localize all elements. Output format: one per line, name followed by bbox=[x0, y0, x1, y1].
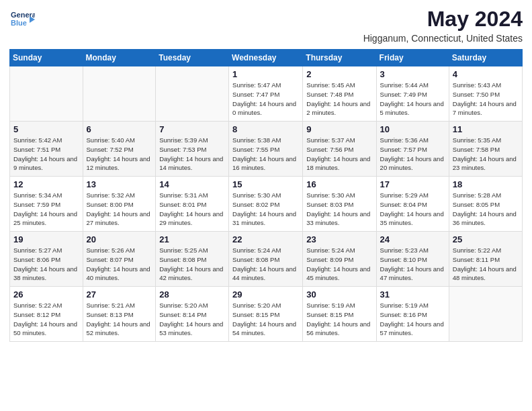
sunset-text: Sunset: 7:56 PM bbox=[306, 146, 353, 153]
sunrise-text: Sunrise: 5:31 AM bbox=[159, 191, 208, 199]
day-number: 16 bbox=[306, 179, 372, 189]
sunrise-text: Sunrise: 5:28 AM bbox=[453, 191, 501, 199]
calendar-week-row: 12Sunrise: 5:34 AMSunset: 7:59 PMDayligh… bbox=[10, 177, 523, 232]
day-number: 14 bbox=[159, 179, 225, 189]
daylight-text: Daylight: 14 hours and 14 minutes. bbox=[159, 155, 223, 172]
calendar-cell bbox=[156, 66, 229, 122]
daylight-text: Daylight: 14 hours and 44 minutes. bbox=[232, 265, 296, 282]
col-monday: Monday bbox=[83, 50, 156, 66]
sunset-text: Sunset: 8:11 PM bbox=[453, 256, 500, 263]
calendar-week-row: 19Sunrise: 5:27 AMSunset: 8:06 PMDayligh… bbox=[10, 232, 523, 287]
day-detail: Sunrise: 5:20 AMSunset: 8:15 PMDaylight:… bbox=[232, 301, 299, 338]
sunset-text: Sunset: 8:09 PM bbox=[306, 256, 353, 263]
day-detail: Sunrise: 5:44 AMSunset: 7:49 PMDaylight:… bbox=[380, 81, 445, 118]
calendar-cell: 21Sunrise: 5:25 AMSunset: 8:08 PMDayligh… bbox=[156, 232, 229, 287]
day-detail: Sunrise: 5:27 AMSunset: 8:06 PMDaylight:… bbox=[13, 246, 79, 283]
daylight-text: Daylight: 14 hours and 45 minutes. bbox=[306, 265, 370, 282]
calendar-cell: 26Sunrise: 5:22 AMSunset: 8:12 PMDayligh… bbox=[10, 287, 83, 342]
day-number: 27 bbox=[87, 289, 152, 300]
sunrise-text: Sunrise: 5:22 AM bbox=[453, 246, 501, 254]
day-detail: Sunrise: 5:35 AMSunset: 7:58 PMDaylight:… bbox=[453, 136, 519, 173]
day-detail: Sunrise: 5:26 AMSunset: 8:07 PMDaylight:… bbox=[87, 246, 152, 283]
sunset-text: Sunset: 8:05 PM bbox=[453, 201, 500, 208]
sunrise-text: Sunrise: 5:44 AM bbox=[380, 81, 429, 89]
day-detail: Sunrise: 5:30 AMSunset: 8:02 PMDaylight:… bbox=[232, 191, 299, 228]
sunrise-text: Sunrise: 5:29 AM bbox=[380, 191, 429, 199]
calendar-cell bbox=[449, 287, 522, 342]
sunset-text: Sunset: 7:59 PM bbox=[13, 201, 60, 208]
calendar-cell: 25Sunrise: 5:22 AMSunset: 8:11 PMDayligh… bbox=[449, 232, 522, 287]
sunset-text: Sunset: 8:08 PM bbox=[159, 256, 206, 263]
day-number: 10 bbox=[380, 124, 445, 134]
calendar-cell: 4Sunrise: 5:43 AMSunset: 7:50 PMDaylight… bbox=[449, 66, 522, 122]
day-number: 7 bbox=[159, 124, 225, 134]
header: General Blue May 2024 Higganum, Connecti… bbox=[9, 7, 523, 44]
calendar-cell: 28Sunrise: 5:20 AMSunset: 8:14 PMDayligh… bbox=[156, 287, 229, 342]
sunrise-text: Sunrise: 5:22 AM bbox=[13, 302, 62, 309]
daylight-text: Daylight: 14 hours and 50 minutes. bbox=[13, 320, 77, 337]
sunset-text: Sunset: 7:53 PM bbox=[159, 146, 206, 153]
sunset-text: Sunset: 7:51 PM bbox=[13, 146, 60, 153]
day-detail: Sunrise: 5:43 AMSunset: 7:50 PMDaylight:… bbox=[453, 81, 519, 118]
daylight-text: Daylight: 14 hours and 29 minutes. bbox=[159, 210, 223, 227]
day-detail: Sunrise: 5:38 AMSunset: 7:55 PMDaylight:… bbox=[232, 136, 299, 173]
sunrise-text: Sunrise: 5:43 AM bbox=[453, 81, 501, 89]
daylight-text: Daylight: 14 hours and 7 minutes. bbox=[453, 100, 517, 117]
daylight-text: Daylight: 14 hours and 56 minutes. bbox=[306, 320, 370, 337]
sunset-text: Sunset: 7:58 PM bbox=[453, 146, 500, 153]
day-detail: Sunrise: 5:22 AMSunset: 8:12 PMDaylight:… bbox=[13, 301, 79, 338]
sunrise-text: Sunrise: 5:24 AM bbox=[232, 246, 281, 254]
col-saturday: Saturday bbox=[449, 50, 522, 66]
day-number: 5 bbox=[13, 124, 79, 134]
day-detail: Sunrise: 5:21 AMSunset: 8:13 PMDaylight:… bbox=[87, 301, 152, 338]
day-detail: Sunrise: 5:19 AMSunset: 8:15 PMDaylight:… bbox=[306, 301, 372, 338]
calendar-cell: 1Sunrise: 5:47 AMSunset: 7:47 PMDaylight… bbox=[229, 66, 303, 122]
col-sunday: Sunday bbox=[10, 50, 83, 66]
calendar-table: Sunday Monday Tuesday Wednesday Thursday… bbox=[9, 49, 523, 342]
calendar-cell: 9Sunrise: 5:37 AMSunset: 7:56 PMDaylight… bbox=[303, 122, 376, 177]
calendar-cell bbox=[83, 66, 156, 122]
sunset-text: Sunset: 7:48 PM bbox=[306, 91, 353, 98]
day-number: 19 bbox=[13, 234, 79, 244]
calendar-cell: 13Sunrise: 5:32 AMSunset: 8:00 PMDayligh… bbox=[83, 177, 156, 232]
daylight-text: Daylight: 14 hours and 5 minutes. bbox=[380, 100, 444, 117]
daylight-text: Daylight: 14 hours and 18 minutes. bbox=[306, 155, 370, 172]
day-detail: Sunrise: 5:45 AMSunset: 7:48 PMDaylight:… bbox=[306, 81, 372, 118]
day-detail: Sunrise: 5:32 AMSunset: 8:00 PMDaylight:… bbox=[87, 191, 152, 228]
sunrise-text: Sunrise: 5:19 AM bbox=[380, 302, 429, 309]
day-number: 29 bbox=[232, 289, 299, 300]
day-detail: Sunrise: 5:31 AMSunset: 8:01 PMDaylight:… bbox=[159, 191, 225, 228]
sunset-text: Sunset: 8:14 PM bbox=[159, 311, 206, 318]
sunset-text: Sunset: 8:04 PM bbox=[380, 201, 427, 208]
day-detail: Sunrise: 5:28 AMSunset: 8:05 PMDaylight:… bbox=[453, 191, 519, 228]
day-number: 20 bbox=[87, 234, 152, 244]
day-number: 30 bbox=[306, 289, 372, 300]
calendar-cell: 7Sunrise: 5:39 AMSunset: 7:53 PMDaylight… bbox=[156, 122, 229, 177]
day-detail: Sunrise: 5:23 AMSunset: 8:10 PMDaylight:… bbox=[380, 246, 445, 283]
daylight-text: Daylight: 14 hours and 36 minutes. bbox=[453, 210, 517, 227]
sunrise-text: Sunrise: 5:21 AM bbox=[87, 302, 135, 309]
day-number: 25 bbox=[453, 234, 519, 244]
calendar-week-row: 1Sunrise: 5:47 AMSunset: 7:47 PMDaylight… bbox=[10, 66, 523, 122]
calendar-cell: 16Sunrise: 5:30 AMSunset: 8:03 PMDayligh… bbox=[303, 177, 376, 232]
sunset-text: Sunset: 8:16 PM bbox=[380, 311, 427, 318]
calendar-week-row: 5Sunrise: 5:42 AMSunset: 7:51 PMDaylight… bbox=[10, 122, 523, 177]
day-detail: Sunrise: 5:24 AMSunset: 8:08 PMDaylight:… bbox=[232, 246, 299, 283]
daylight-text: Daylight: 14 hours and 42 minutes. bbox=[159, 265, 223, 282]
logo-icon: General Blue bbox=[9, 7, 35, 32]
day-detail: Sunrise: 5:24 AMSunset: 8:09 PMDaylight:… bbox=[306, 246, 372, 283]
sunrise-text: Sunrise: 5:35 AM bbox=[453, 136, 501, 144]
calendar-body: 1Sunrise: 5:47 AMSunset: 7:47 PMDaylight… bbox=[10, 66, 523, 342]
sunrise-text: Sunrise: 5:37 AM bbox=[306, 136, 355, 144]
day-detail: Sunrise: 5:19 AMSunset: 8:16 PMDaylight:… bbox=[380, 301, 445, 338]
calendar-cell: 20Sunrise: 5:26 AMSunset: 8:07 PMDayligh… bbox=[83, 232, 156, 287]
day-number: 18 bbox=[453, 179, 519, 189]
sunrise-text: Sunrise: 5:34 AM bbox=[13, 191, 62, 199]
day-number: 28 bbox=[159, 289, 225, 300]
sunset-text: Sunset: 8:01 PM bbox=[159, 201, 206, 208]
day-number: 22 bbox=[232, 234, 299, 244]
calendar-cell: 22Sunrise: 5:24 AMSunset: 8:08 PMDayligh… bbox=[229, 232, 303, 287]
sunrise-text: Sunrise: 5:40 AM bbox=[87, 136, 135, 144]
calendar-week-row: 26Sunrise: 5:22 AMSunset: 8:12 PMDayligh… bbox=[10, 287, 523, 342]
day-number: 8 bbox=[232, 124, 299, 134]
